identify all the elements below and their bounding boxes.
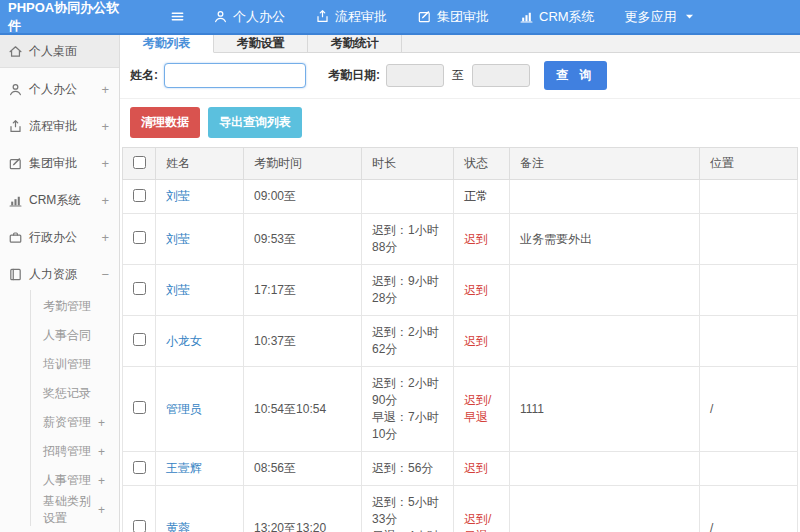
book-icon	[8, 267, 23, 282]
column-header-0: 姓名	[156, 148, 244, 180]
sidebar-item-label: 个人桌面	[29, 43, 111, 60]
row-checkbox[interactable]	[133, 231, 146, 244]
status-badge: 迟到	[454, 265, 510, 316]
row-checkbox[interactable]	[133, 461, 146, 474]
status-badge: 迟到/早退	[454, 486, 510, 532]
expand-plus-icon[interactable]: +	[101, 119, 111, 134]
sidebar-item-6[interactable]: 人力资源−	[0, 259, 119, 290]
actions-bar: 清理数据 导出查询列表	[120, 99, 800, 147]
clean-data-button[interactable]: 清理数据	[130, 107, 200, 138]
sidebar-subitem-0[interactable]: 考勤管理	[31, 292, 119, 321]
topbar-nav-item-1[interactable]: 流程审批	[315, 8, 387, 26]
topbar-nav-item-0[interactable]: 个人办公	[213, 8, 285, 26]
row-checkbox[interactable]	[133, 333, 146, 346]
select-all-checkbox[interactable]	[133, 156, 146, 169]
tab-bar: 考勤列表考勤设置考勤统计	[120, 35, 800, 53]
expand-plus-icon[interactable]: +	[101, 230, 111, 245]
employee-name-link[interactable]: 管理员	[156, 367, 244, 452]
sidebar-item-2[interactable]: 流程审批+	[0, 111, 119, 142]
search-button[interactable]: 查 询	[544, 61, 607, 90]
date-from-input[interactable]	[386, 64, 444, 87]
chart-icon	[519, 9, 534, 24]
tab-2[interactable]: 考勤统计	[308, 35, 402, 52]
sidebar-subitem-label: 基础类别设置	[43, 493, 98, 527]
expand-plus-icon[interactable]: +	[98, 503, 119, 517]
expand-plus-icon[interactable]: +	[101, 156, 111, 171]
collapse-minus-icon[interactable]: −	[101, 267, 111, 282]
employee-name-link[interactable]: 小龙女	[156, 316, 244, 367]
attendance-time: 08:56至	[244, 452, 362, 486]
topbar-nav-item-2[interactable]: 集团审批	[417, 8, 489, 26]
attendance-time: 10:54至10:54	[244, 367, 362, 452]
column-header-3: 状态	[454, 148, 510, 180]
edit-icon	[417, 9, 432, 24]
note	[510, 452, 700, 486]
status-badge: 迟到/早退	[454, 367, 510, 452]
status-badge: 正常	[454, 180, 510, 214]
column-header-4: 备注	[510, 148, 700, 180]
expand-plus-icon[interactable]: +	[98, 474, 119, 488]
share-icon	[315, 9, 330, 24]
tab-1[interactable]: 考勤设置	[214, 35, 308, 52]
sidebar-item-4[interactable]: CRM系统+	[0, 185, 119, 216]
sidebar-subitem-7[interactable]: 基础类别设置+	[31, 495, 119, 524]
name-input[interactable]	[164, 63, 306, 88]
status-badge: 迟到	[454, 452, 510, 486]
sidebar-subitem-4[interactable]: 薪资管理+	[31, 408, 119, 437]
sidebar-subitem-label: 人事合同	[43, 327, 91, 344]
menu-toggle-button[interactable]	[170, 9, 185, 24]
employee-name-link[interactable]: 刘莹	[156, 214, 244, 265]
sidebar-item-1[interactable]: 个人办公+	[0, 74, 119, 105]
sidebar-subitem-2[interactable]: 培训管理	[31, 350, 119, 379]
row-checkbox[interactable]	[133, 282, 146, 295]
sidebar-subitem-3[interactable]: 奖惩记录	[31, 379, 119, 408]
row-checkbox[interactable]	[133, 520, 146, 532]
sidebar-item-0[interactable]: 个人桌面	[0, 35, 119, 68]
share-icon	[8, 119, 23, 134]
sidebar-subitem-5[interactable]: 招聘管理+	[31, 437, 119, 466]
date-to-input[interactable]	[472, 64, 530, 87]
sidebar-subitem-6[interactable]: 人事管理+	[31, 466, 119, 495]
duration: 迟到：1小时88分	[362, 214, 454, 265]
sidebar-item-5[interactable]: 行政办公+	[0, 222, 119, 253]
note	[510, 486, 700, 532]
export-list-button[interactable]: 导出查询列表	[208, 107, 302, 138]
tab-0[interactable]: 考勤列表	[120, 35, 214, 53]
expand-plus-icon[interactable]: +	[98, 445, 119, 459]
sidebar-subitem-label: 培训管理	[43, 356, 91, 373]
sidebar-item-3[interactable]: 集团审批+	[0, 148, 119, 179]
sidebar-submenu: 考勤管理人事合同培训管理奖惩记录薪资管理+招聘管理+人事管理+基础类别设置+	[30, 290, 119, 526]
home-icon	[8, 44, 23, 59]
nav-label: 集团审批	[437, 8, 489, 26]
duration: 迟到：9小时28分	[362, 265, 454, 316]
sidebar-item-label: CRM系统	[29, 192, 101, 209]
location	[700, 214, 798, 265]
row-checkbox[interactable]	[133, 189, 146, 202]
attendance-time: 09:53至	[244, 214, 362, 265]
attendance-time: 09:00至	[244, 180, 362, 214]
date-label: 考勤日期:	[328, 67, 380, 84]
employee-name-link[interactable]: 王壹辉	[156, 452, 244, 486]
employee-name-link[interactable]: 黄蓉	[156, 486, 244, 532]
sidebar-item-label: 人力资源	[29, 266, 101, 283]
caret-down-icon	[682, 9, 697, 24]
employee-name-link[interactable]: 刘莹	[156, 180, 244, 214]
employee-name-link[interactable]: 刘莹	[156, 265, 244, 316]
chart-icon	[8, 193, 23, 208]
sidebar-subitem-1[interactable]: 人事合同	[31, 321, 119, 350]
topbar-nav-item-3[interactable]: CRM系统	[519, 8, 595, 26]
expand-plus-icon[interactable]: +	[101, 193, 111, 208]
duration: 迟到：2小时62分	[362, 316, 454, 367]
row-checkbox[interactable]	[133, 401, 146, 414]
content: 考勤列表考勤设置考勤统计 姓名: 考勤日期: 至 查 询 清理数据 导出查询列表…	[120, 35, 800, 532]
to-label: 至	[452, 67, 464, 84]
topbar-nav-item-4[interactable]: 更多应用	[625, 8, 697, 26]
location	[700, 316, 798, 367]
attendance-table-wrap: 姓名考勤时间时长状态备注位置 刘莹09:00至正常刘莹09:53至迟到：1小时8…	[120, 147, 800, 532]
expand-plus-icon[interactable]: +	[101, 82, 111, 97]
user-icon	[213, 9, 228, 24]
expand-plus-icon[interactable]: +	[98, 416, 119, 430]
table-row: 刘莹17:17至迟到：9小时28分迟到	[123, 265, 798, 316]
nav-label: 更多应用	[625, 8, 677, 26]
sidebar-subitem-label: 人事管理	[43, 472, 91, 489]
